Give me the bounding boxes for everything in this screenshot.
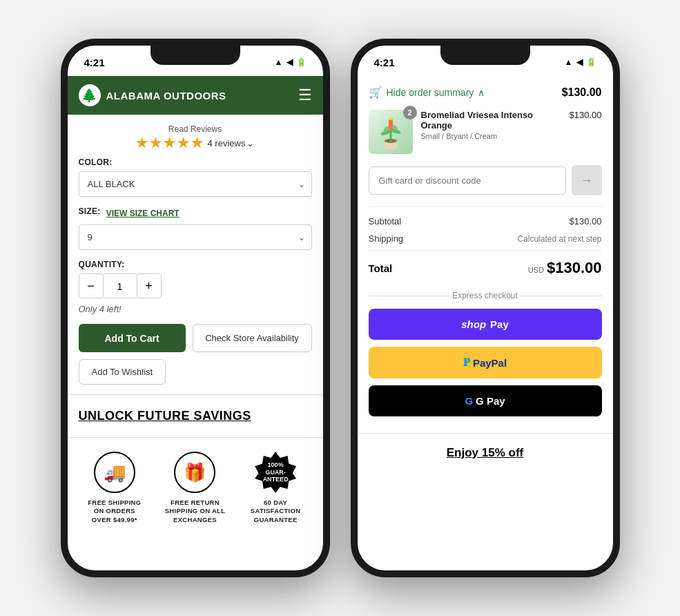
features-section: 🚚 FREE SHIPPING ON ORDERS OVER $49.99* 🎁… bbox=[68, 438, 323, 538]
reviews-link[interactable]: Read Reviews bbox=[79, 124, 312, 134]
battery-icon: 🔋 bbox=[296, 57, 307, 67]
quantity-value: 1 bbox=[104, 273, 137, 298]
discount-row: → bbox=[369, 165, 602, 195]
express-checkout-section: Express checkout shop Pay 𝐏 PayPal G G P… bbox=[369, 291, 602, 416]
time-right: 4:21 bbox=[374, 57, 395, 68]
wifi-icon-right: ◀ bbox=[576, 57, 583, 67]
unlock-savings-text: UNLOCK FUTURE SAVINGS bbox=[79, 409, 251, 423]
star-2 bbox=[150, 137, 162, 149]
paypal-button[interactable]: 𝐏 PayPal bbox=[369, 347, 602, 378]
quantity-field: QUANTITY: − 1 + bbox=[79, 260, 312, 298]
total-value-wrap: USD $130.00 bbox=[528, 259, 602, 277]
total-line: Total USD $130.00 bbox=[369, 250, 602, 285]
checkout-section: 🛒 Hide order summary ∧ $130.00 bbox=[358, 76, 613, 433]
product-quantity-badge: 2 bbox=[403, 106, 417, 119]
summary-toggle-label: Hide order summary bbox=[387, 87, 474, 98]
subtotal-label: Subtotal bbox=[369, 216, 402, 227]
guarantee-icon: 100%GUAR-ANTEED bbox=[255, 452, 296, 493]
signal-icon: ▲ bbox=[275, 57, 283, 67]
feature-shipping: 🚚 FREE SHIPPING ON ORDERS OVER $49.99* bbox=[84, 452, 146, 524]
shop-pay-button[interactable]: shop Pay bbox=[369, 309, 602, 340]
status-icons-right: ▲ ◀ 🔋 bbox=[565, 57, 596, 67]
shipping-value: Calculated at next step bbox=[517, 234, 601, 244]
enjoy-discount-banner[interactable]: Enjoy 15% off bbox=[358, 433, 613, 472]
subtotal-value: $130.00 bbox=[570, 216, 602, 227]
total-currency: USD bbox=[528, 266, 544, 274]
color-label: COLOR: bbox=[79, 157, 312, 167]
hamburger-icon[interactable]: ☰ bbox=[298, 86, 312, 104]
brand: 🌲 ALABAMA OUTDOORS bbox=[79, 84, 226, 106]
shop-pay-label: Pay bbox=[490, 318, 509, 330]
order-summary-toggle[interactable]: 🛒 Hide order summary ∧ bbox=[369, 86, 485, 99]
feature-returns: 🎁 FREE RETURN SHIPPING ON ALL EXCHANGES bbox=[164, 452, 226, 524]
chevron-up-icon: ∧ bbox=[478, 87, 485, 98]
quantity-plus-button[interactable]: + bbox=[137, 273, 162, 298]
express-checkout-label: Express checkout bbox=[369, 291, 602, 300]
size-label-row: SIZE: VIEW SIZE CHART bbox=[79, 206, 312, 220]
brand-icon: 🌲 bbox=[79, 84, 101, 106]
quantity-row: − 1 + bbox=[79, 273, 312, 298]
add-to-cart-button[interactable]: Add To Cart bbox=[79, 324, 186, 352]
reviews-row: Read Reviews 4 reviews ⌄ bbox=[79, 124, 312, 149]
subtotal-line: Subtotal $130.00 bbox=[369, 213, 602, 230]
shipping-label: Shipping bbox=[369, 233, 404, 244]
order-summary-bar: 🛒 Hide order summary ∧ $130.00 bbox=[369, 86, 602, 99]
check-store-availability-button[interactable]: Check Store Availability bbox=[193, 324, 312, 352]
total-value: $130.00 bbox=[547, 259, 602, 277]
svg-point-8 bbox=[389, 117, 393, 120]
feature-guarantee: 100%GUAR-ANTEED 60 DAY SATISFACTION GUAR… bbox=[244, 452, 307, 524]
size-field: SIZE: VIEW SIZE CHART 9 ⌄ bbox=[79, 206, 312, 250]
discount-apply-button[interactable]: → bbox=[572, 165, 602, 195]
star-5 bbox=[191, 137, 204, 149]
quantity-minus-button[interactable]: − bbox=[79, 273, 104, 298]
gpay-button[interactable]: G G Pay bbox=[369, 385, 602, 416]
star-4 bbox=[177, 137, 190, 149]
product-image-wrap: 2 bbox=[369, 110, 413, 154]
discount-code-input[interactable] bbox=[369, 166, 566, 195]
total-label: Total bbox=[369, 262, 393, 274]
navbar: 🌲 ALABAMA OUTDOORS ☰ bbox=[68, 76, 323, 115]
product-variant: Small / Bryant / Cream bbox=[421, 132, 561, 140]
shipping-icon: 🚚 bbox=[94, 452, 135, 493]
size-label: SIZE: bbox=[79, 206, 101, 216]
quantity-label: QUANTITY: bbox=[79, 260, 312, 269]
stars-row: 4 reviews ⌄ bbox=[79, 137, 312, 149]
gpay-label: G Pay bbox=[476, 395, 505, 407]
cart-icon: 🛒 bbox=[369, 86, 382, 99]
product-info: Bromeliad Vriesea Intenso Orange Small /… bbox=[421, 110, 561, 143]
time-left: 4:21 bbox=[84, 57, 105, 68]
features-row: 🚚 FREE SHIPPING ON ORDERS OVER $49.99* 🎁… bbox=[75, 452, 316, 524]
battery-icon-right: 🔋 bbox=[586, 57, 596, 67]
reviews-count[interactable]: 4 reviews ⌄ bbox=[208, 138, 255, 148]
divider-1 bbox=[369, 206, 602, 207]
order-summary-total: $130.00 bbox=[562, 86, 602, 99]
cta-row: Add To Cart Check Store Availability bbox=[79, 324, 312, 352]
shipping-line: Shipping Calculated at next step bbox=[369, 230, 602, 247]
add-to-wishlist-button[interactable]: Add To Wishlist bbox=[79, 359, 166, 385]
unlock-savings-banner[interactable]: UNLOCK FUTURE SAVINGS bbox=[68, 394, 323, 438]
enjoy-discount-text: Enjoy 15% off bbox=[447, 446, 523, 459]
color-select[interactable]: ALL BLACK bbox=[79, 171, 312, 197]
wifi-icon: ◀ bbox=[286, 57, 293, 67]
size-select-wrapper: 9 ⌄ bbox=[79, 224, 312, 250]
status-icons-left: ▲ ◀ 🔋 bbox=[275, 57, 307, 67]
svg-rect-7 bbox=[389, 119, 393, 130]
star-3 bbox=[164, 137, 176, 149]
size-chart-link[interactable]: VIEW SIZE CHART bbox=[106, 209, 179, 218]
stars bbox=[136, 137, 204, 149]
star-1 bbox=[136, 137, 148, 149]
product-name: Bromeliad Vriesea Intenso Orange bbox=[421, 110, 561, 131]
paypal-icon: 𝐏 bbox=[463, 356, 470, 369]
product-section: Read Reviews 4 reviews ⌄ bbox=[68, 115, 323, 394]
feature-guarantee-label: 60 DAY SATISFACTION GUARANTEE bbox=[244, 499, 307, 524]
right-phone-content: 🛒 Hide order summary ∧ $130.00 bbox=[358, 76, 613, 570]
paypal-label: PayPal bbox=[473, 357, 507, 369]
feature-shipping-label: FREE SHIPPING ON ORDERS OVER $49.99* bbox=[84, 499, 146, 524]
phone-notch-right bbox=[440, 46, 530, 65]
low-stock-label: Only 4 left! bbox=[79, 304, 312, 314]
phone-notch-left bbox=[150, 46, 240, 65]
brand-name: ALABAMA OUTDOORS bbox=[106, 90, 226, 102]
left-phone: 4:21 ▲ ◀ 🔋 🌲 ALABAMA OUTDOORS ☰ Read Rev… bbox=[61, 39, 330, 577]
signal-icon-right: ▲ bbox=[565, 57, 573, 67]
size-select[interactable]: 9 bbox=[79, 224, 312, 250]
